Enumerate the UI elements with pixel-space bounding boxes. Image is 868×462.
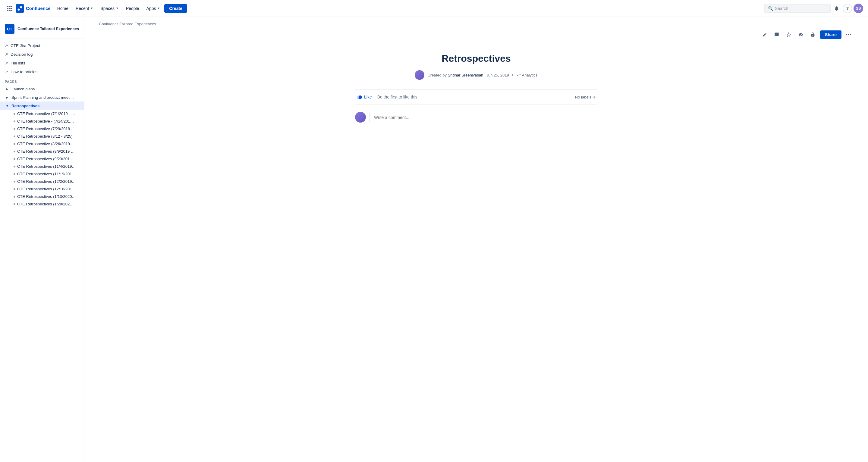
svg-rect-5 — [11, 8, 12, 9]
cte-retro-label-3: CTE Retrospective (7/29/2018 … — [17, 127, 75, 131]
share-button[interactable]: Share — [820, 30, 841, 39]
apps-chevron-icon: ▼ — [157, 7, 160, 10]
sidebar-divider — [0, 38, 84, 39]
app-switcher-icon[interactable] — [5, 4, 14, 13]
search-bar[interactable]: 🔍 Search — [764, 4, 831, 13]
comment-input[interactable] — [370, 112, 597, 123]
cte-retro-label-1: CTE Retrospective (7/1/2019 - … — [17, 111, 75, 116]
page-metadata: Created by Sridhar Sreenivasan Jun 25, 2… — [355, 70, 597, 80]
like-section: Like Be the first to like this — [355, 93, 417, 101]
sidebar-child-cte-retro-6[interactable]: CTE Retrospectives (9/9/2019 … — [0, 147, 84, 155]
external-link-icon: ↗ — [5, 43, 8, 48]
nav-apps[interactable]: Apps ▼ — [144, 4, 163, 13]
created-by-label: Created by — [427, 73, 447, 77]
confluence-logo[interactable]: Confluence — [16, 4, 51, 13]
sidebar-child-cte-retro-5[interactable]: CTE Retrospective (8/26/2019 … — [0, 140, 84, 147]
dot-icon-5 — [13, 143, 16, 145]
svg-rect-6 — [7, 10, 8, 11]
space-header[interactable]: CT Confluence Tailored Experiences — [0, 22, 84, 36]
svg-rect-7 — [9, 10, 10, 11]
meta-separator: • — [512, 73, 514, 77]
spaces-chevron-icon: ▼ — [116, 7, 119, 10]
svg-rect-1 — [9, 6, 10, 7]
sidebar-item-jira[interactable]: ↗ CTE Jira Project — [0, 41, 84, 50]
search-placeholder: Search — [775, 6, 788, 11]
sidebar-child-cte-retro-8[interactable]: CTE Retrospectives (11/4/2019… — [0, 163, 84, 170]
main-content: Confluence Tailored Experiences Share ··… — [84, 17, 868, 462]
retrospectives-label: Retrospectives — [11, 104, 39, 108]
nav-people[interactable]: People — [123, 4, 142, 13]
cte-retro-label-6: CTE Retrospectives (9/9/2019 … — [17, 149, 75, 154]
sidebar-child-cte-retro-9[interactable]: CTE Retrospectives (11/19/201… — [0, 170, 84, 178]
cte-retro-label-7: CTE Retrospectives (9/23/201… — [17, 157, 73, 161]
star-button[interactable] — [784, 30, 794, 39]
sidebar-item-retrospectives[interactable]: ▼ Retrospectives — [0, 101, 84, 110]
page-body: Retrospectives Created by Sridhar Sreeni… — [341, 43, 612, 133]
dot-icon-7 — [13, 158, 16, 160]
restrict-button[interactable] — [808, 30, 818, 39]
inline-comment-button[interactable] — [772, 30, 781, 39]
watch-button[interactable] — [796, 30, 806, 39]
breadcrumb[interactable]: Confluence Tailored Experiences — [84, 17, 868, 26]
cte-retro-label-4: CTE Retrospective (8/12 - 8/25) — [17, 134, 73, 138]
dot-icon — [13, 113, 16, 115]
dot-icon-11 — [13, 188, 16, 190]
like-button[interactable]: Like — [355, 93, 374, 101]
expand-icon[interactable]: ▶ — [5, 87, 10, 91]
no-labels-text: No labels — [575, 95, 591, 99]
sidebar-item-sprint-planning[interactable]: ▶ Sprint Planning and product meeti... — [0, 93, 84, 101]
pages-section-label: PAGES — [0, 76, 84, 85]
search-icon: 🔍 — [768, 6, 773, 11]
help-button[interactable]: ? — [843, 4, 852, 13]
sidebar-child-cte-retro-11[interactable]: CTE Retrospectives (12/16/201… — [0, 185, 84, 193]
breadcrumb-space: Confluence Tailored Experiences — [99, 22, 156, 26]
svg-rect-3 — [7, 8, 8, 9]
dot-icon-10 — [13, 181, 16, 183]
cte-retro-label-10: CTE Retrospectives (12/2/2019… — [17, 179, 76, 184]
analytics-label: Analytics — [522, 73, 538, 77]
sidebar-item-decision-log[interactable]: ↗ Decision log — [0, 50, 84, 59]
like-description: Be the first to like this — [377, 95, 417, 99]
nav-recent[interactable]: Recent ▼ — [73, 4, 96, 13]
create-button[interactable]: Create — [164, 4, 187, 13]
sidebar-item-launch-plans[interactable]: ▶ Launch plans — [0, 85, 84, 93]
cte-retro-label-5: CTE Retrospective (8/26/2019 … — [17, 141, 75, 146]
sidebar-child-cte-retro-12[interactable]: CTE Retrospectives (1/13/2020… — [0, 193, 84, 200]
top-navigation: Confluence Home Recent ▼ Spaces ▼ People… — [0, 0, 868, 17]
more-options-button[interactable]: ··· — [844, 30, 854, 39]
external-link-icon-3: ↗ — [5, 61, 8, 65]
author-avatar — [415, 70, 424, 80]
sidebar-child-cte-retro-3[interactable]: CTE Retrospective (7/29/2018 … — [0, 125, 84, 133]
dot-icon-12 — [13, 196, 16, 198]
author-name: Sridhar Sreenivasan — [448, 73, 484, 77]
page-meta-info: Created by Sridhar Sreenivasan — [427, 73, 483, 77]
analytics-link[interactable]: Analytics — [517, 73, 538, 77]
sidebar-item-file-lists[interactable]: ↗ File lists — [0, 59, 84, 67]
comment-section — [355, 112, 597, 123]
confluence-logo-text: Confluence — [26, 6, 51, 11]
commenter-avatar — [355, 112, 366, 123]
edit-button[interactable] — [760, 30, 770, 39]
dot-icon-13 — [13, 203, 16, 205]
sidebar-item-howto[interactable]: ↗ How-to articles — [0, 67, 84, 76]
notifications-button[interactable] — [832, 4, 841, 13]
sidebar-child-cte-retro-1[interactable]: CTE Retrospective (7/1/2019 - … — [0, 110, 84, 118]
sidebar-child-cte-retro-2[interactable]: CTE Retrospective - (7/14/201… — [0, 118, 84, 125]
sidebar: CT Confluence Tailored Experiences ↗ CTE… — [0, 17, 84, 462]
sidebar-child-cte-retro-7[interactable]: CTE Retrospectives (9/23/201… — [0, 155, 84, 163]
sidebar-child-cte-retro-10[interactable]: CTE Retrospectives (12/2/2019… — [0, 178, 84, 185]
sprint-planning-label: Sprint Planning and product meeti... — [11, 95, 74, 100]
external-link-icon-4: ↗ — [5, 70, 8, 74]
nav-home[interactable]: Home — [54, 4, 71, 13]
dot-icon-8 — [13, 166, 16, 167]
nav-spaces[interactable]: Spaces ▼ — [97, 4, 122, 13]
cte-retro-label-13: CTE Retrospectives (1/28/202… — [17, 202, 73, 206]
page-layout: CT Confluence Tailored Experiences ↗ CTE… — [0, 17, 868, 462]
sidebar-child-cte-retro-13[interactable]: CTE Retrospectives (1/28/202… — [0, 200, 84, 208]
page-title: Retrospectives — [355, 53, 597, 64]
cte-retro-label-9: CTE Retrospectives (11/19/201… — [17, 172, 76, 176]
sidebar-child-cte-retro-4[interactable]: CTE Retrospective (8/12 - 8/25) — [0, 133, 84, 140]
user-avatar[interactable]: SS — [854, 4, 863, 13]
expand-icon-2[interactable]: ▶ — [5, 95, 10, 100]
collapse-icon[interactable]: ▼ — [5, 103, 10, 108]
